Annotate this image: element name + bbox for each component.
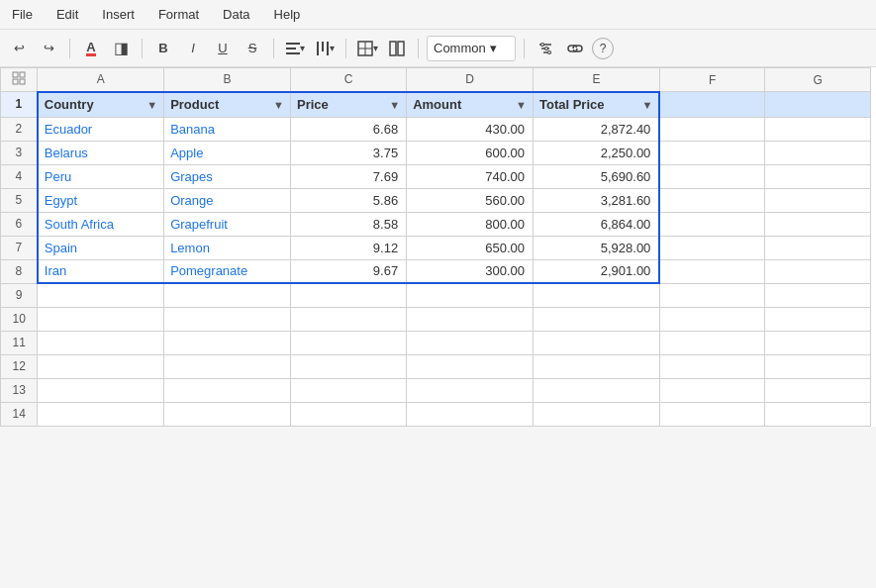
cell-B8[interactable]: Pomegranate [164,259,291,283]
cell-G7[interactable] [765,236,871,259]
cell-C9[interactable] [290,283,406,307]
col-header-A[interactable]: A [38,68,164,92]
cell-A13[interactable] [38,378,164,402]
cell-F9[interactable] [659,283,765,307]
cell-D13[interactable] [407,378,534,402]
cell-F6[interactable] [659,212,765,236]
cell-E7[interactable]: 5,928.00 [534,236,660,259]
cell-C6[interactable]: 8.58 [290,212,406,236]
cell-F3[interactable] [659,141,765,164]
cell-D11[interactable] [407,331,534,354]
cell-E8[interactable]: 2,901.00 [534,259,660,283]
cell-A12[interactable] [38,354,164,378]
cell-C11[interactable] [290,331,406,354]
cell-C13[interactable] [290,378,406,402]
header-country[interactable]: Country ▼ [38,92,164,118]
menu-insert[interactable]: Insert [98,5,139,24]
cell-B12[interactable] [164,354,291,378]
cell-G8[interactable] [765,259,871,283]
align-button[interactable]: ▾ [282,36,308,61]
cell-D12[interactable] [407,354,534,378]
filter-icon-country[interactable]: ▼ [146,99,157,111]
highlight-button[interactable]: ◨ [108,36,134,61]
cell-F5[interactable] [659,188,765,212]
cell-B5[interactable]: Orange [164,188,291,212]
cell-B3[interactable]: Apple [164,141,291,164]
cell-E13[interactable] [534,378,660,402]
cell-D4[interactable]: 740.00 [407,164,534,188]
cell-A5[interactable]: Egypt [38,188,164,212]
bold-button[interactable]: B [150,36,176,61]
cell-G13[interactable] [765,378,871,402]
font-color-button[interactable]: A [78,36,104,61]
filter-icon-amount[interactable]: ▼ [516,99,527,111]
cell-F2[interactable] [659,117,765,141]
cell-E6[interactable]: 6,864.00 [534,212,660,236]
cell-B14[interactable] [164,402,291,426]
header-g[interactable] [765,92,871,118]
cell-B9[interactable] [164,283,291,307]
header-f[interactable] [659,92,765,118]
cell-E9[interactable] [534,283,660,307]
redo-button[interactable]: ↪ [36,36,61,61]
cell-F10[interactable] [659,307,765,331]
cell-D3[interactable]: 600.00 [407,141,534,164]
header-product[interactable]: Product ▼ [164,92,291,118]
cell-C10[interactable] [290,307,406,331]
valign-button[interactable]: ▾ [312,36,338,61]
cell-F8[interactable] [659,259,765,283]
col-header-G[interactable]: G [765,68,871,92]
cell-A3[interactable]: Belarus [38,141,164,164]
filter-icon-price[interactable]: ▼ [389,99,400,111]
italic-button[interactable]: I [180,36,206,61]
menu-help[interactable]: Help [270,5,305,24]
header-amount[interactable]: Amount ▼ [407,92,534,118]
help-button[interactable]: ? [592,38,614,59]
cell-A11[interactable] [38,331,164,354]
cell-C2[interactable]: 6.68 [290,117,406,141]
cell-G11[interactable] [765,331,871,354]
cell-D2[interactable]: 430.00 [407,117,534,141]
cell-G6[interactable] [765,212,871,236]
cell-D7[interactable]: 650.00 [407,236,534,259]
cell-C4[interactable]: 7.69 [290,164,406,188]
cell-A6[interactable]: South Africa [38,212,164,236]
cell-D5[interactable]: 560.00 [407,188,534,212]
col-header-F[interactable]: F [659,68,765,92]
cell-F4[interactable] [659,164,765,188]
cell-A7[interactable]: Spain [38,236,164,259]
cell-B6[interactable]: Grapefruit [164,212,291,236]
cell-B4[interactable]: Grapes [164,164,291,188]
header-total-price[interactable]: Total Price ▼ [534,92,660,118]
menu-format[interactable]: Format [154,5,203,24]
cell-D14[interactable] [407,402,534,426]
cell-G4[interactable] [765,164,871,188]
cell-F12[interactable] [659,354,765,378]
merge-button[interactable] [384,36,410,61]
cell-A14[interactable] [38,402,164,426]
format-dropdown[interactable]: Common ▾ [427,36,516,61]
cell-A10[interactable] [38,307,164,331]
strikethrough-button[interactable]: S [240,36,265,61]
cell-B2[interactable]: Banana [164,117,291,141]
cell-E12[interactable] [534,354,660,378]
cell-E5[interactable]: 3,281.60 [534,188,660,212]
border-button[interactable]: ▾ [354,36,380,61]
filter-icon-total-price[interactable]: ▼ [641,99,652,111]
cell-F13[interactable] [659,378,765,402]
cell-E10[interactable] [534,307,660,331]
cell-E3[interactable]: 2,250.00 [534,141,660,164]
cell-E14[interactable] [534,402,660,426]
cell-E11[interactable] [534,331,660,354]
cell-A2[interactable]: Ecuador [38,117,164,141]
cell-C7[interactable]: 9.12 [290,236,406,259]
menu-edit[interactable]: Edit [52,5,82,24]
cell-D8[interactable]: 300.00 [407,259,534,283]
cell-A9[interactable] [38,283,164,307]
col-header-D[interactable]: D [407,68,534,92]
underline-button[interactable]: U [210,36,236,61]
cell-G14[interactable] [765,402,871,426]
cell-G3[interactable] [765,141,871,164]
cell-G5[interactable] [765,188,871,212]
cell-C3[interactable]: 3.75 [290,141,406,164]
